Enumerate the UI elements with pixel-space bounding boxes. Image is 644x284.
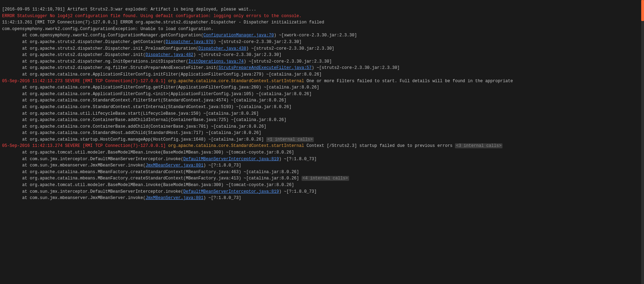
console-line: at org.apache.struts2.dispatcher.Dispatc…	[2, 52, 642, 58]
console-line: at org.apache.struts2.dispatcher.Dispatc…	[2, 45, 642, 52]
console-line: at org.apache.catalina.core.StandardCont…	[2, 104, 642, 111]
console-line: at org.apache.catalina.core.ContainerBas…	[2, 117, 642, 123]
console-line: at com.opensymphony.xwork2.config.Config…	[2, 32, 642, 39]
console-line: at com.sun.jmx.mbeanserver.JmxMBeanServe…	[2, 162, 642, 169]
scrollbar-thumb[interactable]	[641, 0, 644, 21]
console-line: 05-Sep-2016 11:42:13.274 SEVERE [RMI TCP…	[2, 143, 642, 149]
console-line: at org.apache.struts2.dispatcher.ng.Init…	[2, 58, 642, 65]
console-line: 11:42:13.261 [RMI TCP Connection(7)-127.…	[2, 19, 642, 26]
console-line: ERROR StatusLogger No log4j2 configurati…	[2, 13, 642, 20]
console-line: [2016-09-05 11:42:10,701] Artifact Strut…	[2, 6, 642, 13]
console-line: at org.apache.struts2.dispatcher.ng.filt…	[2, 65, 642, 71]
console-line: at org.apache.catalina.core.ApplicationF…	[2, 71, 642, 78]
console-line: com.opensymphony.xwork2.config.Configura…	[2, 26, 642, 33]
console-line: at org.apache.catalina.core.ContainerBas…	[2, 123, 642, 130]
console-line: at org.apache.catalina.core.ApplicationF…	[2, 91, 642, 98]
console-line: at org.apache.catalina.core.StandardCont…	[2, 97, 642, 104]
console-line: at org.apache.catalina.util.LifecycleBas…	[2, 111, 642, 117]
console-line: at org.apache.catalina.core.StandardHost…	[2, 130, 642, 136]
console-line: at org.apache.tomcat.util.modeler.BaseMo…	[2, 149, 642, 156]
console-line: at com.sun.jmx.interceptor.DefaultMBeanS…	[2, 156, 642, 163]
scrollbar[interactable]	[641, 0, 644, 284]
console-line: at org.apache.catalina.mbeans.MBeanFacto…	[2, 169, 642, 176]
console-line: at com.sun.jmx.mbeanserver.JmxMBeanServe…	[2, 195, 642, 201]
console-line: at org.apache.catalina.mbeans.MBeanFacto…	[2, 175, 642, 182]
console-line: at org.apache.struts2.dispatcher.Dispatc…	[2, 39, 642, 45]
console-line: 05-Sep-2016 11:42:13.273 SEVERE [RMI TCP…	[2, 78, 642, 85]
console-line: at org.apache.catalina.core.ApplicationF…	[2, 84, 642, 91]
console-line: at com.sun.jmx.interceptor.DefaultMBeanS…	[2, 189, 642, 195]
console-output: [2016-09-05 11:42:10,701] Artifact Strut…	[0, 0, 644, 284]
console-line: at org.apache.tomcat.util.modeler.BaseMo…	[2, 182, 642, 189]
console-line: at org.apache.catalina.startup.HostConfi…	[2, 136, 642, 143]
